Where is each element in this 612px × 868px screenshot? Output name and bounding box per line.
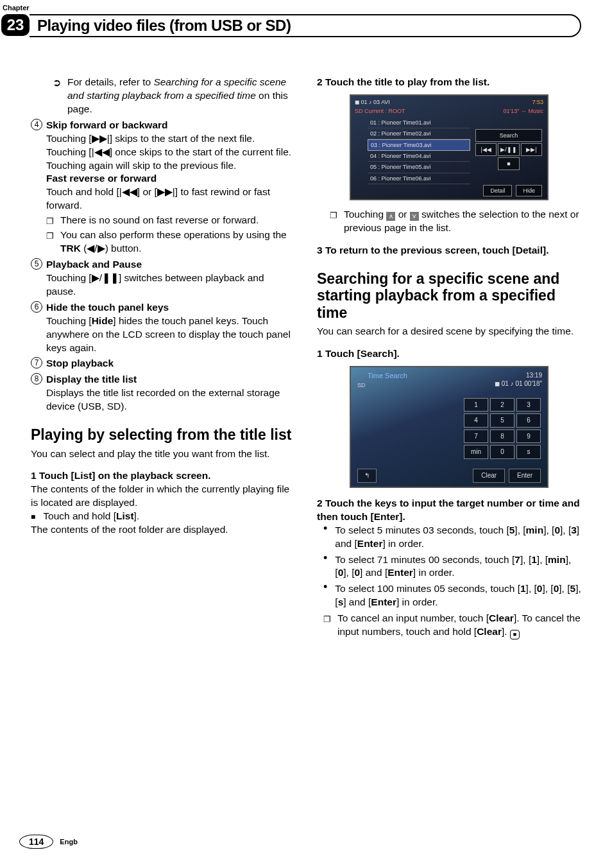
key-8[interactable]: 8 bbox=[490, 430, 514, 444]
item-4-title: Skip forward or backward bbox=[46, 119, 295, 132]
prev-button[interactable]: |◀◀ bbox=[475, 143, 497, 156]
header-bar: Playing video files (from USB or SD) bbox=[30, 14, 581, 37]
key-4[interactable]: 4 bbox=[464, 413, 488, 428]
item-4-subtitle: Fast reverse or forward bbox=[46, 172, 295, 186]
item-7: 7 Stop playback bbox=[31, 357, 295, 370]
page-up-icon: ⋏ bbox=[386, 212, 395, 221]
detail-button[interactable]: Detail bbox=[483, 185, 512, 196]
key-5[interactable]: 5 bbox=[490, 413, 514, 428]
file-list: 01 : Pioneer Time01.avi 02 : Pioneer Tim… bbox=[368, 117, 470, 184]
item-8-body: Displays the title list recorded on the … bbox=[46, 386, 295, 413]
example-3: • To select 100 minutes 05 seconds, touc… bbox=[323, 582, 581, 609]
marker-8-icon: 8 bbox=[31, 373, 42, 385]
key-2[interactable]: 2 bbox=[490, 398, 514, 412]
chapter-number-badge: 23 bbox=[1, 14, 30, 36]
item-4-body: Touching [▶▶|] skips to the start of the… bbox=[46, 132, 295, 173]
hide-button[interactable]: Hide bbox=[516, 185, 542, 196]
example-2: • To select 71 minutes 00 seconds, touch… bbox=[323, 553, 581, 580]
clear-note: ❐ To cancel an input number, touch [Clea… bbox=[323, 612, 581, 639]
numeric-keypad: 123 456 789 min0s bbox=[464, 398, 541, 461]
bullet-icon: • bbox=[323, 524, 327, 551]
screenshot-time-search: Time Search 13:19 ◼ 01 ♪ 01 00'18" SD 12… bbox=[350, 366, 548, 488]
end-section-icon: ■ bbox=[510, 630, 520, 639]
item-8: 8 Display the title list Displays the ti… bbox=[31, 373, 295, 413]
key-1[interactable]: 1 bbox=[464, 398, 488, 412]
playback-controls: Search |◀◀ ▶/❚❚ ▶▶| .■. bbox=[475, 129, 542, 171]
key-3[interactable]: 3 bbox=[516, 398, 541, 412]
time-examples: • To select 5 minutes 03 seconds, touch … bbox=[323, 524, 581, 610]
step-2-note: ❐ Touching ⋏ or ⋎ switches the selection… bbox=[330, 208, 581, 235]
stop-button[interactable]: ■ bbox=[498, 157, 519, 170]
back-button[interactable]: ↰ bbox=[357, 469, 377, 483]
key-min[interactable]: min bbox=[464, 445, 488, 459]
example-1: • To select 5 minutes 03 seconds, touch … bbox=[323, 524, 581, 551]
item-4: 4 Skip forward or backward Touching [▶▶|… bbox=[31, 119, 295, 256]
reference-text: For details, refer to Searching for a sp… bbox=[67, 76, 295, 116]
marker-6-icon: 6 bbox=[31, 301, 42, 313]
left-column: ➲ For details, refer to Searching for a … bbox=[31, 76, 295, 639]
key-7[interactable]: 7 bbox=[464, 430, 488, 444]
step-1-label: 1 Touch [List] on the playback screen. bbox=[31, 469, 295, 483]
s2-step-1: 1 Touch [Search]. bbox=[317, 347, 581, 361]
square-bullet-icon: ■ bbox=[31, 512, 35, 521]
key-0[interactable]: 0 bbox=[490, 445, 514, 459]
note-icon: ❐ bbox=[323, 614, 331, 639]
section-intro: You can select and play the title you wa… bbox=[31, 447, 295, 461]
marker-5-icon: 5 bbox=[31, 258, 42, 270]
note-icon: ❐ bbox=[46, 216, 54, 227]
marker-4-icon: 4 bbox=[31, 119, 42, 130]
sd-label: SD bbox=[357, 381, 366, 389]
chapter-label: Chapter bbox=[3, 4, 30, 12]
section-2-intro: You can search for a desired scene by sp… bbox=[317, 325, 581, 338]
page-footer: 114 Engb bbox=[19, 835, 78, 849]
item-5-body: Touching [▶/❚❚] switches between playbac… bbox=[46, 272, 295, 299]
screenshot-title-list: ◼ 01 ♪ 03 AVI7:53 SD Current : ROOT01'13… bbox=[350, 94, 548, 200]
item-6-body: Touching [Hide] hides the touch panel ke… bbox=[46, 315, 295, 355]
item-5: 5 Playback and Pause Touching [▶/❚❚] swi… bbox=[31, 258, 295, 299]
item-5-title: Playback and Pause bbox=[46, 258, 295, 272]
key-s[interactable]: s bbox=[516, 445, 541, 459]
item-4-note-2: ❐ You can also perform these operations … bbox=[46, 229, 295, 256]
item-4-subbody: Touch and hold [|◀◀] or [▶▶|] to fast re… bbox=[46, 186, 295, 213]
step-3-label: 3 To return to the previous screen, touc… bbox=[317, 244, 581, 257]
item-6-title: Hide the touch panel keys bbox=[46, 301, 295, 315]
marker-7-icon: 7 bbox=[31, 357, 42, 369]
clear-button[interactable]: Clear bbox=[473, 469, 505, 483]
bullet-icon: • bbox=[323, 582, 327, 609]
item-8-title: Display the title list bbox=[46, 373, 295, 386]
page-title: Playing video files (from USB or SD) bbox=[37, 17, 291, 35]
key-6[interactable]: 6 bbox=[516, 413, 541, 428]
bullet-icon: • bbox=[323, 553, 327, 580]
s2-step-2: 2 Touch the keys to input the target num… bbox=[317, 497, 581, 524]
section-title-list: Playing by selecting from the title list bbox=[31, 426, 295, 443]
enter-button[interactable]: Enter bbox=[509, 469, 541, 483]
region-label: Engb bbox=[60, 838, 78, 846]
page-number: 114 bbox=[19, 835, 53, 849]
note-icon: ❐ bbox=[46, 230, 54, 256]
note-icon: ❐ bbox=[330, 210, 337, 235]
step-1-after: The contents of the root folder are disp… bbox=[31, 523, 295, 537]
page-down-icon: ⋎ bbox=[410, 212, 419, 221]
play-pause-button[interactable]: ▶/❚❚ bbox=[498, 143, 519, 156]
step-1-body: The contents of the folder in which the … bbox=[31, 483, 295, 510]
right-column: 2 Touch the title to play from the list.… bbox=[317, 76, 581, 639]
section-title-search: Searching for a specific scene and start… bbox=[317, 270, 581, 321]
item-7-title: Stop playback bbox=[46, 357, 295, 370]
step-2-label: 2 Touch the title to play from the list. bbox=[317, 76, 581, 89]
step-1-bullet: ■ Touch and hold [List]. bbox=[31, 510, 295, 523]
key-9[interactable]: 9 bbox=[516, 430, 541, 444]
search-button[interactable]: Search bbox=[475, 129, 542, 142]
cross-reference: ➲ For details, refer to Searching for a … bbox=[53, 76, 295, 116]
reference-arrow-icon: ➲ bbox=[53, 76, 61, 116]
next-button[interactable]: ▶▶| bbox=[521, 143, 542, 156]
item-4-note-1: ❐ There is no sound on fast reverse or f… bbox=[46, 214, 295, 227]
item-6: 6 Hide the touch panel keys Touching [Hi… bbox=[31, 301, 295, 355]
